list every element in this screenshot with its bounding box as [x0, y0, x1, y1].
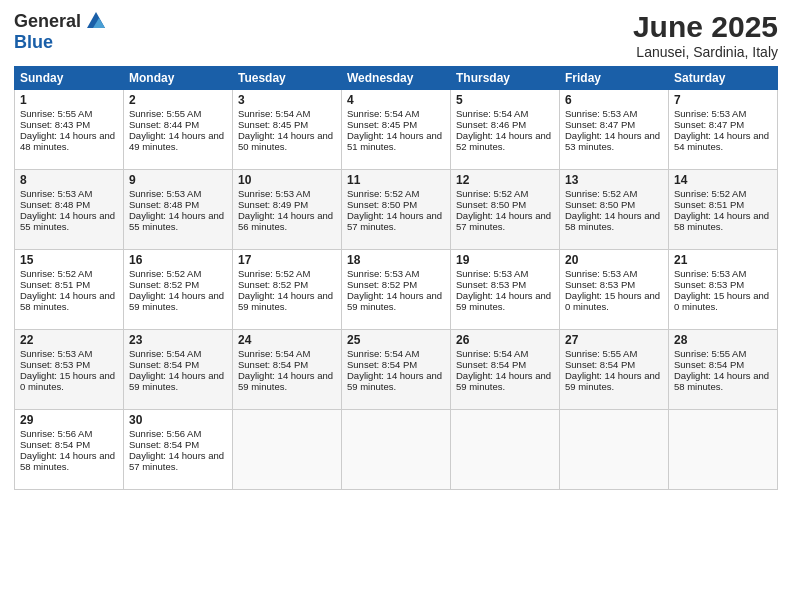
daylight-text: Daylight: 14 hours and 51 minutes.	[347, 130, 442, 152]
sunset-text: Sunset: 8:47 PM	[674, 119, 744, 130]
sunrise-text: Sunrise: 5:53 AM	[20, 188, 92, 199]
daylight-text: Daylight: 14 hours and 50 minutes.	[238, 130, 333, 152]
day-number: 16	[129, 253, 227, 267]
day-number: 1	[20, 93, 118, 107]
sunrise-text: Sunrise: 5:55 AM	[565, 348, 637, 359]
daylight-text: Daylight: 15 hours and 0 minutes.	[20, 370, 115, 392]
sunset-text: Sunset: 8:45 PM	[238, 119, 308, 130]
sunrise-text: Sunrise: 5:53 AM	[129, 188, 201, 199]
day-number: 26	[456, 333, 554, 347]
daylight-text: Daylight: 14 hours and 58 minutes.	[565, 210, 660, 232]
calendar-cell: 2Sunrise: 5:55 AMSunset: 8:44 PMDaylight…	[124, 90, 233, 170]
daylight-text: Daylight: 14 hours and 59 minutes.	[347, 370, 442, 392]
calendar-cell: 3Sunrise: 5:54 AMSunset: 8:45 PMDaylight…	[233, 90, 342, 170]
calendar-week-4: 22Sunrise: 5:53 AMSunset: 8:53 PMDayligh…	[15, 330, 778, 410]
calendar-cell	[560, 410, 669, 490]
calendar-cell	[669, 410, 778, 490]
day-number: 29	[20, 413, 118, 427]
day-number: 22	[20, 333, 118, 347]
col-tuesday: Tuesday	[233, 67, 342, 90]
day-number: 9	[129, 173, 227, 187]
sunset-text: Sunset: 8:51 PM	[674, 199, 744, 210]
sunrise-text: Sunrise: 5:53 AM	[20, 348, 92, 359]
day-number: 28	[674, 333, 772, 347]
daylight-text: Daylight: 14 hours and 59 minutes.	[129, 370, 224, 392]
sunrise-text: Sunrise: 5:56 AM	[20, 428, 92, 439]
calendar-cell	[342, 410, 451, 490]
sunset-text: Sunset: 8:52 PM	[129, 279, 199, 290]
sunset-text: Sunset: 8:48 PM	[129, 199, 199, 210]
sunset-text: Sunset: 8:54 PM	[20, 439, 90, 450]
daylight-text: Daylight: 14 hours and 54 minutes.	[674, 130, 769, 152]
calendar-cell	[451, 410, 560, 490]
sunrise-text: Sunrise: 5:54 AM	[238, 348, 310, 359]
sunset-text: Sunset: 8:54 PM	[129, 439, 199, 450]
calendar-week-3: 15Sunrise: 5:52 AMSunset: 8:51 PMDayligh…	[15, 250, 778, 330]
daylight-text: Daylight: 14 hours and 57 minutes.	[456, 210, 551, 232]
day-number: 12	[456, 173, 554, 187]
logo-icon	[85, 10, 107, 32]
page: General Blue June 2025 Lanusei, Sardinia…	[0, 0, 792, 612]
sunrise-text: Sunrise: 5:56 AM	[129, 428, 201, 439]
sunrise-text: Sunrise: 5:52 AM	[674, 188, 746, 199]
header: General Blue June 2025 Lanusei, Sardinia…	[14, 10, 778, 60]
sunset-text: Sunset: 8:54 PM	[565, 359, 635, 370]
sunset-text: Sunset: 8:47 PM	[565, 119, 635, 130]
col-monday: Monday	[124, 67, 233, 90]
calendar-cell: 27Sunrise: 5:55 AMSunset: 8:54 PMDayligh…	[560, 330, 669, 410]
day-number: 8	[20, 173, 118, 187]
sunset-text: Sunset: 8:45 PM	[347, 119, 417, 130]
title-block: June 2025 Lanusei, Sardinia, Italy	[633, 10, 778, 60]
col-saturday: Saturday	[669, 67, 778, 90]
sunrise-text: Sunrise: 5:53 AM	[674, 108, 746, 119]
day-number: 2	[129, 93, 227, 107]
logo-blue: Blue	[14, 32, 53, 53]
calendar-cell: 10Sunrise: 5:53 AMSunset: 8:49 PMDayligh…	[233, 170, 342, 250]
daylight-text: Daylight: 14 hours and 55 minutes.	[129, 210, 224, 232]
daylight-text: Daylight: 14 hours and 53 minutes.	[565, 130, 660, 152]
calendar-cell: 22Sunrise: 5:53 AMSunset: 8:53 PMDayligh…	[15, 330, 124, 410]
calendar-cell: 11Sunrise: 5:52 AMSunset: 8:50 PMDayligh…	[342, 170, 451, 250]
day-number: 30	[129, 413, 227, 427]
calendar-week-1: 1Sunrise: 5:55 AMSunset: 8:43 PMDaylight…	[15, 90, 778, 170]
daylight-text: Daylight: 14 hours and 49 minutes.	[129, 130, 224, 152]
sunrise-text: Sunrise: 5:55 AM	[129, 108, 201, 119]
sunrise-text: Sunrise: 5:54 AM	[347, 108, 419, 119]
calendar-cell: 26Sunrise: 5:54 AMSunset: 8:54 PMDayligh…	[451, 330, 560, 410]
day-number: 20	[565, 253, 663, 267]
day-number: 17	[238, 253, 336, 267]
calendar-cell	[233, 410, 342, 490]
sunrise-text: Sunrise: 5:53 AM	[347, 268, 419, 279]
col-friday: Friday	[560, 67, 669, 90]
sunset-text: Sunset: 8:53 PM	[674, 279, 744, 290]
col-sunday: Sunday	[15, 67, 124, 90]
calendar-cell: 17Sunrise: 5:52 AMSunset: 8:52 PMDayligh…	[233, 250, 342, 330]
day-number: 6	[565, 93, 663, 107]
calendar-table: Sunday Monday Tuesday Wednesday Thursday…	[14, 66, 778, 490]
calendar-cell: 14Sunrise: 5:52 AMSunset: 8:51 PMDayligh…	[669, 170, 778, 250]
daylight-text: Daylight: 14 hours and 52 minutes.	[456, 130, 551, 152]
sunset-text: Sunset: 8:53 PM	[565, 279, 635, 290]
calendar-cell: 19Sunrise: 5:53 AMSunset: 8:53 PMDayligh…	[451, 250, 560, 330]
daylight-text: Daylight: 15 hours and 0 minutes.	[565, 290, 660, 312]
sunrise-text: Sunrise: 5:53 AM	[674, 268, 746, 279]
sunset-text: Sunset: 8:50 PM	[565, 199, 635, 210]
day-number: 3	[238, 93, 336, 107]
calendar-cell: 24Sunrise: 5:54 AMSunset: 8:54 PMDayligh…	[233, 330, 342, 410]
col-thursday: Thursday	[451, 67, 560, 90]
sunrise-text: Sunrise: 5:53 AM	[456, 268, 528, 279]
day-number: 27	[565, 333, 663, 347]
day-number: 13	[565, 173, 663, 187]
calendar-cell: 13Sunrise: 5:52 AMSunset: 8:50 PMDayligh…	[560, 170, 669, 250]
calendar-cell: 9Sunrise: 5:53 AMSunset: 8:48 PMDaylight…	[124, 170, 233, 250]
day-number: 7	[674, 93, 772, 107]
sunrise-text: Sunrise: 5:52 AM	[347, 188, 419, 199]
day-number: 10	[238, 173, 336, 187]
daylight-text: Daylight: 14 hours and 59 minutes.	[456, 290, 551, 312]
day-number: 14	[674, 173, 772, 187]
sunrise-text: Sunrise: 5:52 AM	[238, 268, 310, 279]
daylight-text: Daylight: 14 hours and 58 minutes.	[20, 290, 115, 312]
daylight-text: Daylight: 14 hours and 59 minutes.	[129, 290, 224, 312]
sunset-text: Sunset: 8:54 PM	[238, 359, 308, 370]
sunrise-text: Sunrise: 5:53 AM	[565, 108, 637, 119]
